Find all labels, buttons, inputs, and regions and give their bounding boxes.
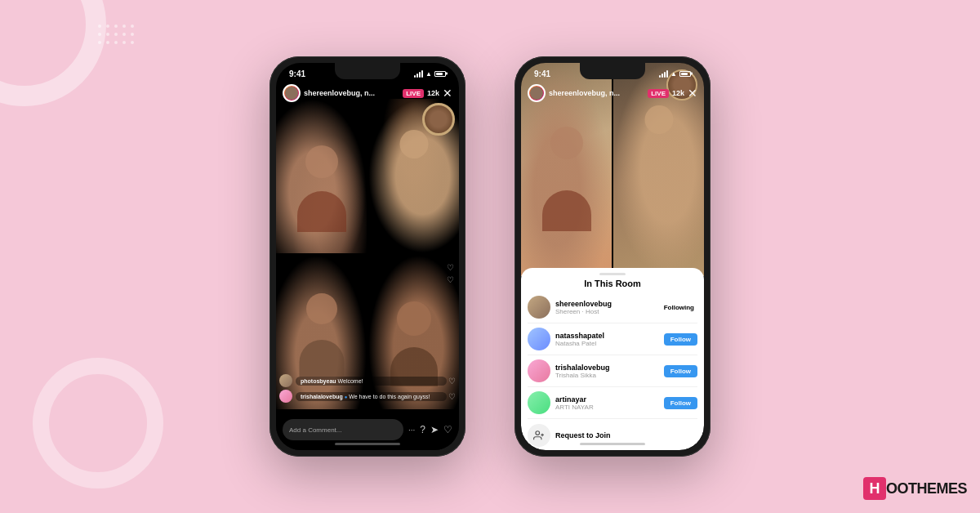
user-name-1: shereenlovebug [555, 300, 661, 308]
request-join-icon [528, 424, 550, 447]
live-badge-2: LIVE [648, 89, 669, 98]
main-container: 9:41 ▲ shereenlovebug, n... LIVE [0, 0, 980, 513]
user-subname-3: Trishala Sikka [555, 372, 664, 379]
signal-icon [414, 70, 423, 78]
live-username-1: shereenlovebug, n... [304, 89, 399, 97]
user-info-3: trishalalovebug Trishala Sikka [555, 364, 664, 379]
close-icon-2[interactable]: ✕ [688, 87, 697, 100]
phone2-content: 9:41 ▲ sher [521, 63, 704, 450]
live-badge-1: LIVE [403, 89, 424, 98]
follow-button-2[interactable]: Follow [664, 333, 697, 346]
user-info-4: artinayar ARTI NAYAR [555, 395, 664, 411]
follow-button-3[interactable]: Follow [664, 365, 697, 377]
wifi-icon-2: ▲ [670, 70, 677, 78]
phone-2-screen: 9:41 ▲ sher [521, 63, 704, 450]
user-subname-1: Shereen · Host [555, 308, 661, 315]
user-avatar-1 [528, 296, 550, 319]
notch-1 [335, 63, 400, 79]
phone-1: 9:41 ▲ shereenlovebug, n... LIVE [270, 56, 466, 457]
live-username-2: shereenlovebug, n... [549, 89, 644, 97]
user-name-2: natasshapatel [555, 332, 664, 340]
close-icon-1[interactable]: ✕ [443, 87, 452, 100]
battery-icon [434, 71, 446, 77]
sheet-item-3: trishalalovebug Trishala Sikka Follow [528, 355, 697, 387]
live-header-2: shereenlovebug, n... LIVE 12k ✕ [521, 81, 704, 105]
home-indicator-1 [335, 443, 400, 445]
video-grid-1: ♡ ♡ [276, 99, 459, 409]
video-cell-2 [368, 99, 459, 253]
sheet-user-list: shereenlovebug Shereen · Host Following … [521, 292, 704, 450]
following-button-1[interactable]: Following [661, 302, 697, 313]
live-header-1: shereenlovebug, n... LIVE 12k ✕ [276, 81, 459, 105]
status-icons-2: ▲ [659, 70, 691, 78]
phone-2: 9:41 ▲ sher [514, 56, 710, 457]
comment-text-2: trishalalovebug ● We have to do this aga… [296, 392, 447, 401]
comment-avatar-2 [279, 390, 292, 403]
user-subname-2: Natasha Patel [555, 340, 664, 347]
home-indicator-2 [580, 443, 645, 445]
user-avatar-4 [528, 391, 550, 414]
svg-point-0 [536, 431, 540, 435]
comment-text-1: photosbyeau Welcome! [296, 377, 447, 386]
bottom-sheet: In This Room shereenlovebug Shereen · Ho… [521, 268, 704, 450]
sheet-item-1: shereenlovebug Shereen · Host Following [528, 292, 697, 323]
user-avatar-3 [528, 359, 550, 382]
more-button[interactable]: ··· [408, 426, 415, 435]
status-time-1: 9:41 [289, 69, 305, 78]
user-avatar-2 [528, 328, 550, 350]
sheet-item-2: natasshapatel Natasha Patel Follow [528, 323, 697, 355]
comment-placeholder-1: Add a Comment... [289, 426, 341, 434]
sheet-item-4: artinayar ARTI NAYAR Follow [528, 387, 697, 419]
user-subname-4: ARTI NAYAR [555, 404, 664, 411]
user-name-3: trishalalovebug [555, 364, 664, 372]
comment-input-1[interactable]: Add a Comment... [283, 419, 403, 440]
live-count-1: 12k [427, 89, 439, 97]
comments-overlay: photosbyeau Welcome! ♡ trishalalovebug ●… [279, 374, 456, 405]
heart-icon[interactable]: ♡ [443, 424, 452, 435]
notch-2 [580, 63, 645, 79]
status-time-2: 9:41 [534, 69, 550, 78]
user-info-1: shereenlovebug Shereen · Host [555, 300, 661, 315]
user-name-4: artinayar [555, 395, 664, 404]
request-join-item[interactable]: Request to Join [528, 419, 697, 450]
comment-2: trishalalovebug ● We have to do this aga… [279, 390, 456, 403]
live-count-2: 12k [672, 89, 684, 97]
video-cell-1 [276, 99, 367, 253]
sheet-title: In This Room [521, 279, 704, 288]
wifi-icon: ▲ [425, 70, 432, 78]
sheet-handle [599, 273, 626, 275]
question-icon[interactable]: ? [420, 424, 425, 435]
request-join-label[interactable]: Request to Join [555, 431, 611, 439]
follow-button-4[interactable]: Follow [664, 397, 697, 409]
status-icons-1: ▲ [414, 70, 446, 78]
send-icon[interactable]: ➤ [430, 424, 439, 435]
signal-icon-2 [659, 70, 668, 78]
live-avatar-2 [528, 84, 546, 102]
user-info-2: natasshapatel Natasha Patel [555, 332, 664, 347]
comment-1: photosbyeau Welcome! ♡ [279, 374, 456, 387]
comment-avatar-1 [279, 374, 292, 387]
phone-1-screen: 9:41 ▲ shereenlovebug, n... LIVE [276, 63, 459, 450]
live-avatar-1 [283, 84, 301, 102]
battery-icon-2 [679, 71, 691, 77]
